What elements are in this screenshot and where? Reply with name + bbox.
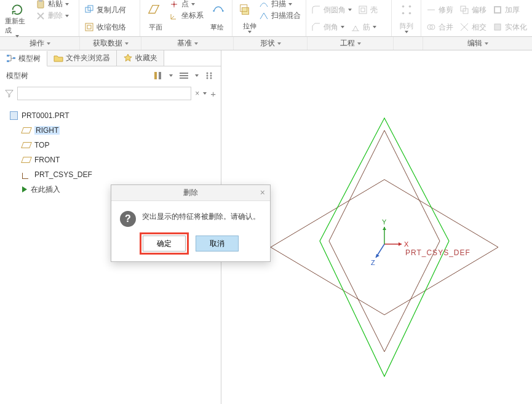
svg-rect-22 [494,24,501,30]
copy-geom-button[interactable]: 复制几何 [84,5,126,15]
tool-show-icon[interactable] [179,71,189,81]
insert-arrow-icon [22,186,27,192]
regen-button[interactable] [5,3,30,17]
node-label: PRT_CSYS_DEF [34,170,92,179]
svg-rect-30 [180,77,188,79]
svg-point-16 [408,12,411,15]
solidify-button[interactable]: 实体化 [493,22,527,33]
point-label: 点 [181,0,189,9]
cancel-button[interactable]: 取消 [196,236,239,252]
intersect-label: 相交 [472,22,486,33]
extrude-button[interactable] [237,3,253,17]
chevron-down-icon [191,3,195,6]
sidebar-tabs: 模型树 文件夹浏览器 收藏夹 [0,50,221,66]
ribbon-group-shape: 扫描 扫描混合 拉伸 [232,0,306,36]
sketch-button[interactable] [210,3,228,17]
tree-icon [6,53,16,63]
chevron-down-icon [373,26,376,28]
node-label: TOP [34,141,49,149]
ok-button[interactable]: 确定 [143,236,186,252]
dialog-titlebar[interactable]: 删除 × [111,185,270,201]
chevron-down-icon [125,42,129,45]
chevron-down-icon[interactable] [195,74,199,77]
shell-button[interactable]: 壳 [358,5,378,15]
svg-rect-5 [87,25,91,29]
svg-point-8 [222,10,224,12]
merge-button[interactable]: 合并 [426,22,453,33]
tab-fav[interactable]: 收藏夹 [117,50,164,66]
svg-rect-25 [13,57,15,59]
intersect-button[interactable]: 相交 [459,22,486,33]
chevron-down-icon [65,15,69,17]
shell-label: 壳 [370,5,378,15]
svg-point-13 [402,6,404,8]
chevron-down-icon[interactable] [169,74,173,77]
plane-icon [21,142,32,148]
chevron-down-icon [341,26,344,28]
paste-button[interactable]: 粘贴 [36,0,69,9]
add-filter-icon[interactable]: + [210,89,216,99]
tree-title: 模型树 [6,71,28,81]
csys-icon [22,170,31,179]
pattern-button[interactable] [397,3,416,17]
offset-button[interactable]: 偏移 [459,5,486,15]
tab-folder-label: 文件夹浏览器 [66,53,110,63]
tab-modeltree-label: 模型树 [18,53,41,64]
group-label-operate[interactable]: 操作 [0,37,80,50]
group-label-getdata[interactable]: 获取数据 [80,37,141,50]
close-icon[interactable]: × [260,188,265,197]
svg-point-34 [210,73,212,74]
filter-icon[interactable] [5,89,14,98]
tree-node-front[interactable]: FRONT [4,152,217,167]
ribbon-group-eng: 倒圆角 壳 倒角 筋 [306,0,392,36]
tool-settings-icon[interactable] [153,71,163,81]
sweep-button[interactable]: 扫描 [259,0,301,9]
rib-button[interactable]: 筋 [351,22,376,33]
ribbon-group-operate: 粘贴 删除 重新生成 [0,0,79,36]
svg-rect-9 [242,7,248,14]
tree-node-top[interactable]: TOP [4,138,217,152]
ribbon-group-getdata: 复制几何 收缩包络 [79,0,140,36]
svg-point-35 [210,75,212,77]
extrude-label: 拉伸 [243,22,256,31]
chevron-down-icon [357,42,361,45]
chevron-down-icon [485,42,488,45]
tree-node-csys[interactable]: PRT_CSYS_DEF [4,167,217,182]
clear-icon[interactable]: × [195,89,199,98]
merge-label: 合并 [439,22,453,33]
plane-button[interactable] [145,3,163,17]
tree-root[interactable]: PRT0001.PRT [4,108,217,123]
group-label-shape[interactable]: 形状 [234,37,308,50]
root-label: PRT0001.PRT [22,111,69,120]
chevron-down-icon[interactable] [203,92,207,95]
chamfer-button[interactable]: 倒角 [311,22,344,33]
tab-modeltree[interactable]: 模型树 [0,51,47,66]
chevron-down-icon [277,42,281,45]
axis-y-label: Y [382,218,387,226]
thicken-button[interactable]: 加厚 [493,5,520,15]
svg-point-33 [207,77,208,79]
plane-label: 平面 [149,23,162,32]
svg-point-32 [207,75,208,77]
filter-input[interactable] [17,87,191,100]
copy-geom-label: 复制几何 [97,5,126,15]
svg-rect-27 [159,72,161,79]
group-label-base[interactable]: 基准 [141,37,234,50]
tool-layer-icon[interactable] [205,71,215,81]
group-label-edit[interactable]: 编辑 [423,37,532,50]
round-label: 倒圆角 [324,5,346,15]
ribbon-group-datum: 点 坐标系 平面 草绘 [140,0,232,36]
plane-icon [21,157,32,163]
shrinkwrap-button[interactable]: 收缩包络 [84,22,126,33]
point-button[interactable]: 点 [169,0,204,9]
svg-rect-26 [154,72,157,79]
round-button[interactable]: 倒圆角 [311,5,352,15]
tree-node-right[interactable]: RIGHT [4,123,217,138]
svg-rect-19 [494,7,501,13]
tree-title-row: 模型树 [0,66,221,85]
group-label-eng[interactable]: 工程 [308,37,394,50]
tab-folder[interactable]: 文件夹浏览器 [47,50,117,66]
tree-tools [153,71,215,81]
svg-rect-4 [85,23,93,31]
trim-button[interactable]: 修剪 [426,5,453,15]
